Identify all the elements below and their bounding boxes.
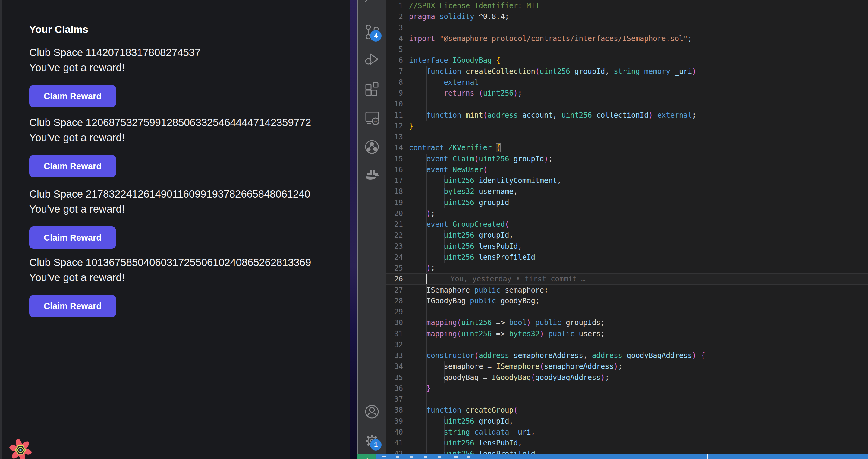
line-number[interactable]: 10 [388, 98, 403, 110]
code-line[interactable]: function createGroup( [409, 405, 518, 416]
code-line[interactable]: function mint(address account, uint256 c… [409, 110, 696, 121]
code-line[interactable]: uint256 lensPubId, [409, 438, 522, 449]
line-number[interactable]: 15 [388, 153, 403, 165]
activity-bar: 4><1 [358, 0, 386, 459]
line-number[interactable]: 34 [388, 361, 403, 372]
code-line[interactable]: constructor(address semaphoreAddress, ad… [409, 350, 705, 361]
code-line[interactable]: import "@semaphore-protocol/contracts/in… [409, 33, 692, 44]
claim-space-label: Club Space 21783224126149011609919378266… [29, 187, 331, 201]
line-number[interactable]: 14 [388, 142, 403, 153]
remote-indicator[interactable]: ✓ [357, 454, 376, 459]
line-number[interactable]: 4 [388, 33, 403, 44]
activity-bar-item-source-control[interactable]: 4 [365, 25, 379, 39]
search-icon [365, 0, 379, 10]
code-line[interactable]: } [409, 121, 413, 132]
code-line[interactable]: ); [409, 263, 435, 274]
line-number[interactable]: 24 [388, 252, 403, 263]
activity-bar-item-docker[interactable] [365, 169, 379, 183]
line-number[interactable]: 30 [388, 317, 403, 328]
code-line[interactable]: uint256 groupId, [409, 230, 514, 241]
line-number[interactable]: 22 [388, 230, 403, 241]
line-number[interactable]: 6 [388, 55, 403, 66]
line-number[interactable]: 32 [388, 339, 403, 350]
activity-bar-item-remote-explorer[interactable]: >< [365, 110, 379, 125]
line-number[interactable]: 2 [388, 11, 403, 22]
react-scan-logo-icon[interactable] [8, 438, 33, 459]
line-number[interactable]: 33 [388, 350, 403, 361]
code-line[interactable]: external [409, 77, 478, 88]
line-number[interactable]: 1 [388, 0, 403, 11]
activity-bar-item-network-graph[interactable] [365, 140, 379, 154]
claim-reward-text: You've got a reward! [29, 61, 331, 74]
activity-bar-item-search[interactable] [365, 0, 379, 10]
claim-reward-button[interactable]: Claim Reward [29, 155, 116, 177]
code-line[interactable]: returns (uint256); [409, 88, 522, 99]
line-number[interactable]: 8 [388, 77, 403, 88]
code-line[interactable]: uint256 identityCommitment, [409, 175, 561, 187]
code-line[interactable]: } [409, 383, 431, 394]
claim-reward-button[interactable]: Claim Reward [29, 227, 116, 249]
code-line[interactable]: uint256 lensPubId, [409, 241, 522, 252]
line-number[interactable]: 31 [388, 328, 403, 340]
status-item-glyph [739, 457, 764, 458]
line-number[interactable]: 29 [388, 307, 403, 318]
code-line[interactable]: //SPDX-License-Identifier: MIT [409, 0, 539, 11]
code-line[interactable]: event GroupCreated( [409, 219, 509, 230]
code-line[interactable]: uint256 groupId, [409, 416, 514, 427]
line-number[interactable]: 18 [388, 186, 403, 197]
claim-item: Club Space 21783224126149011609919378266… [29, 187, 331, 249]
line-number[interactable]: 9 [388, 88, 403, 99]
code-line[interactable]: semaphore = ISemaphore(semaphoreAddress)… [409, 361, 622, 372]
code-line[interactable]: pragma solidity ^0.8.4; [409, 11, 509, 22]
line-number[interactable]: 26 [388, 274, 403, 285]
code-line[interactable]: ); [409, 208, 435, 219]
claim-reward-button[interactable]: Claim Reward [29, 295, 116, 317]
code-line[interactable]: mapping(uint256 => bool) public groupIds… [409, 317, 605, 328]
line-number[interactable]: 17 [388, 175, 403, 187]
line-number[interactable]: 41 [388, 438, 403, 449]
line-number[interactable]: 40 [388, 427, 403, 438]
code-line[interactable]: ISemaphore public semaphore; [409, 285, 548, 296]
code-line[interactable]: contract ZKVerifier { [409, 142, 500, 153]
code-line[interactable]: goodyBag = IGoodyBag(goodyBagAddress); [409, 372, 610, 383]
line-number[interactable]: 19 [388, 197, 403, 208]
activity-bar-item-account[interactable] [365, 404, 379, 419]
status-item-glyph [396, 456, 399, 458]
svg-text:><: >< [373, 119, 378, 124]
code-line[interactable]: mapping(uint256 => bytes32) public users… [409, 328, 605, 340]
code-editor[interactable]: 1234567891011121314151617181920212223242… [386, 0, 868, 459]
line-number[interactable]: 39 [388, 416, 403, 427]
line-number[interactable]: 36 [388, 383, 403, 394]
line-number[interactable]: 23 [388, 241, 403, 252]
code-line[interactable]: uint256 groupId [409, 197, 509, 208]
line-number[interactable]: 7 [388, 66, 403, 77]
code-line[interactable]: interface IGoodyBag { [409, 55, 500, 66]
code-line[interactable]: event Claim(uint256 groupId); [409, 153, 553, 165]
activity-bar-item-extensions[interactable] [365, 81, 379, 96]
activity-bar-item-settings-gear[interactable]: 1 [365, 434, 379, 448]
line-number[interactable]: 28 [388, 295, 403, 307]
code-line[interactable]: uint256 lensProfileId [409, 252, 535, 263]
line-number[interactable]: 27 [388, 285, 403, 296]
code-line[interactable]: string calldata _uri, [409, 427, 535, 438]
status-bar-items[interactable] [376, 454, 868, 459]
line-number[interactable]: 5 [388, 44, 403, 55]
code-line[interactable]: function createCollection(uint256 groupI… [409, 66, 696, 77]
line-number[interactable]: 11 [388, 110, 403, 121]
line-number[interactable]: 25 [388, 263, 403, 274]
line-number[interactable]: 3 [388, 22, 403, 33]
line-number[interactable]: 21 [388, 219, 403, 230]
line-number[interactable]: 38 [388, 405, 403, 416]
line-number[interactable]: 16 [388, 164, 403, 175]
line-number[interactable]: 13 [388, 132, 403, 143]
window-left-edge [0, 0, 2, 459]
line-number[interactable]: 12 [388, 121, 403, 132]
code-line[interactable]: IGoodyBag public goodyBag; [409, 295, 540, 307]
line-number[interactable]: 35 [388, 372, 403, 383]
activity-bar-item-run-and-debug[interactable] [365, 52, 379, 66]
line-number[interactable]: 20 [388, 208, 403, 219]
code-line[interactable]: event NewUser( [409, 164, 487, 175]
line-number[interactable]: 37 [388, 394, 403, 405]
claim-reward-button[interactable]: Claim Reward [29, 85, 116, 107]
code-line[interactable]: bytes32 username, [409, 186, 518, 197]
